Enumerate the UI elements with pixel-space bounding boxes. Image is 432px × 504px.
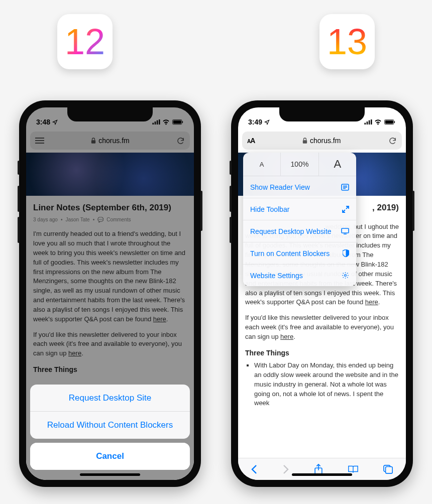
- reload-icon[interactable]: [176, 137, 185, 145]
- svg-rect-15: [303, 140, 307, 144]
- request-desktop-website-button[interactable]: Request Desktop Website: [243, 220, 356, 242]
- desktop-icon: [341, 228, 349, 234]
- lock-icon: [302, 138, 307, 144]
- ios12-badge: 12: [57, 14, 113, 69]
- svg-rect-2: [157, 120, 158, 124]
- ios13-number: 13: [327, 24, 367, 60]
- hamburger-icon[interactable]: [35, 136, 44, 145]
- forward-button: [282, 464, 289, 474]
- svg-rect-3: [159, 119, 160, 124]
- status-time: 3:48: [36, 118, 50, 126]
- svg-rect-10: [369, 120, 370, 124]
- home-indicator[interactable]: [80, 473, 140, 476]
- svg-rect-24: [386, 466, 393, 473]
- ios13-badge: 13: [319, 14, 375, 69]
- battery-icon: [172, 119, 184, 125]
- hide-toolbar-button[interactable]: Hide Toolbar: [243, 198, 356, 220]
- wifi-icon: [374, 119, 382, 125]
- list-item: With Labor Day on Monday, this ended up …: [254, 361, 399, 408]
- address-bar[interactable]: chorus.fm: [30, 132, 190, 150]
- comment-icon: 💬: [97, 216, 103, 224]
- lock-icon: [91, 138, 96, 144]
- svg-rect-13: [385, 120, 393, 123]
- show-reader-view-button[interactable]: Show Reader View: [243, 176, 356, 198]
- ios12-number: 12: [65, 24, 105, 60]
- article-subhead: Three Things: [245, 348, 399, 358]
- article-title: Liner Notes (September 6th, 2019): [33, 202, 187, 214]
- signal-icon: [364, 119, 372, 124]
- domain-text: chorus.fm: [310, 137, 341, 145]
- wifi-icon: [162, 119, 170, 125]
- tabs-button[interactable]: [383, 464, 393, 474]
- svg-rect-11: [371, 119, 372, 124]
- reader-aa-icon[interactable]: AA: [247, 137, 255, 145]
- cancel-button[interactable]: Cancel: [30, 443, 190, 470]
- svg-rect-0: [153, 123, 154, 124]
- article-paragraph: If you'd like this newsletter delivered …: [33, 330, 187, 359]
- reader-icon: [341, 184, 349, 191]
- location-icon: [52, 119, 58, 125]
- svg-point-22: [345, 275, 347, 277]
- svg-rect-5: [173, 120, 181, 123]
- safari-toolbar: [238, 458, 406, 480]
- article-paragraph: If you'd like this newsletter delivered …: [245, 313, 399, 342]
- reload-icon[interactable]: [388, 137, 397, 145]
- bookmarks-button[interactable]: [348, 465, 359, 474]
- notch: [67, 107, 153, 121]
- battery-icon: [384, 119, 396, 125]
- back-button[interactable]: [251, 464, 258, 474]
- svg-rect-8: [365, 123, 366, 124]
- location-icon: [264, 119, 270, 125]
- domain-text: chorus.fm: [98, 137, 129, 145]
- svg-rect-1: [155, 121, 156, 124]
- svg-rect-7: [91, 140, 95, 144]
- website-settings-button[interactable]: Website Settings: [243, 264, 356, 286]
- turn-on-content-blockers-button[interactable]: Turn on Content Blockers: [243, 242, 356, 264]
- page-settings-popover: A 100% A Show Reader View Hide Toolbar R…: [243, 153, 356, 286]
- status-time: 3:49: [248, 118, 262, 126]
- request-desktop-site-button[interactable]: Request Desktop Site: [30, 385, 190, 412]
- shield-icon: [343, 249, 349, 257]
- zoom-level[interactable]: 100%: [281, 153, 318, 176]
- notch: [279, 107, 365, 121]
- svg-rect-20: [342, 228, 349, 233]
- article-meta: 3 days ago•Jason Tate• 💬 Comments: [33, 216, 187, 224]
- hero-image: [26, 153, 194, 196]
- article-subhead: Three Things: [33, 364, 187, 374]
- expand-icon: [342, 206, 349, 213]
- signal-icon: [152, 119, 160, 124]
- svg-rect-6: [182, 121, 183, 122]
- iphone-ios13: 3:49 AA: [231, 100, 413, 487]
- article-paragraph: I'm currently headed out to a friend's w…: [33, 229, 187, 324]
- home-indicator[interactable]: [292, 473, 352, 476]
- gear-icon: [342, 272, 349, 279]
- text-size-increase-button[interactable]: A: [319, 153, 356, 176]
- svg-rect-14: [394, 121, 395, 122]
- text-size-decrease-button[interactable]: A: [243, 153, 281, 176]
- address-bar[interactable]: AA chorus.fm: [242, 132, 402, 150]
- action-sheet: Request Desktop Site Reload Without Cont…: [30, 385, 190, 474]
- svg-rect-9: [367, 121, 368, 124]
- reload-without-content-blockers-button[interactable]: Reload Without Content Blockers: [30, 412, 190, 439]
- iphone-ios12: 3:48: [19, 100, 201, 487]
